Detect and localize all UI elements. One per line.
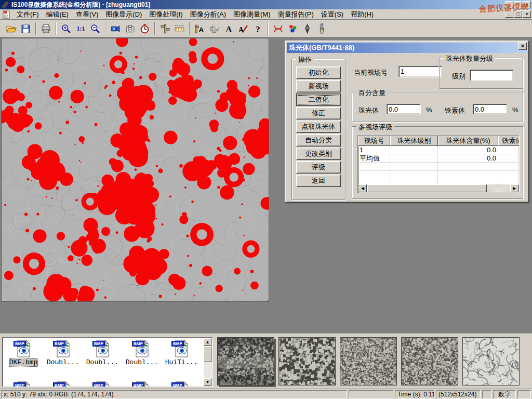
dialog-close-button[interactable]: × <box>518 42 527 50</box>
op-button-7[interactable]: 评级 <box>296 161 341 174</box>
scroll-left-button[interactable]: ◀ <box>358 184 367 192</box>
save-icon[interactable] <box>19 22 33 36</box>
title-bar: IS100显微摄像系统(金相分析版) - [zhuguangti01] _ □ … <box>0 0 532 9</box>
op-button-2[interactable]: 二值化 <box>296 94 341 106</box>
vscroll-thumb[interactable] <box>204 347 211 362</box>
file-item-3[interactable]: BMPDoubl... <box>122 340 162 366</box>
sample-thumbnail-1[interactable] <box>278 337 336 385</box>
file-item-partial-0[interactable]: BMP <box>4 381 43 387</box>
micrograph-image[interactable] <box>1 38 269 302</box>
op-button-8[interactable]: 返回 <box>296 175 341 187</box>
grade-level-label: 级别 <box>452 72 466 81</box>
file-item-partial-4[interactable]: BMP <box>162 381 201 387</box>
help-icon[interactable]: ? <box>251 22 265 36</box>
pearlite-value-input[interactable]: 0.0 <box>387 104 421 114</box>
sample-thumbnail-2[interactable] <box>340 337 397 385</box>
operations-buttons: 初始化新视场二值化修正点取珠光体自动分类更改类别评级返回 <box>296 66 341 187</box>
op-button-3[interactable]: 修正 <box>296 107 341 119</box>
print-icon[interactable] <box>39 22 53 36</box>
file-item-partial-3[interactable]: BMP <box>122 381 162 387</box>
file-list-vscrollbar[interactable]: ▲ ▼ <box>204 338 212 386</box>
bmp-file-icon: BMP <box>94 340 111 357</box>
toolbar-separator <box>105 22 106 35</box>
bmp-badge: BMP <box>53 382 65 387</box>
dialog-title-bar[interactable]: 珠光体(GB/T9441-88) <box>287 43 527 53</box>
hscroll-track[interactable] <box>487 184 510 192</box>
grade-level-input[interactable] <box>470 70 513 81</box>
table-column-header-3[interactable]: 铁素体含量(%) <box>498 136 520 146</box>
table-column-header-1[interactable]: 珠光体级别 <box>390 136 438 146</box>
file-item-0[interactable]: BMPDKF.bmp <box>4 340 43 366</box>
actual-size-icon[interactable]: 1:1 <box>74 22 88 36</box>
pen-icon[interactable] <box>300 22 314 36</box>
timer-icon[interactable] <box>138 22 152 36</box>
hscroll-thumb[interactable] <box>367 184 487 192</box>
table-cell <box>438 163 498 171</box>
menu-item-7[interactable]: 测量报告(P) <box>274 9 317 20</box>
op-button-6[interactable]: 更改类别 <box>296 148 341 160</box>
file-item-1[interactable]: BMPDoubl... <box>43 340 83 366</box>
op-button-5[interactable]: 自动分类 <box>296 134 341 147</box>
status-empty-2 <box>482 390 491 398</box>
open-icon[interactable] <box>4 22 18 36</box>
sample-thumbnail-4[interactable] <box>462 337 520 385</box>
caliper-icon[interactable] <box>158 22 172 36</box>
measure-text-icon[interactable]: A <box>193 22 207 36</box>
phase-dots-icon[interactable] <box>286 22 300 36</box>
table-column-header-2[interactable]: 珠光体含量(%) <box>438 136 498 146</box>
menu-item-9[interactable]: 帮助(H) <box>347 9 377 20</box>
zoom-out-icon[interactable] <box>88 22 102 36</box>
status-mode: 数字 <box>493 390 516 398</box>
op-button-0[interactable]: 初始化 <box>296 66 341 79</box>
menu-item-8[interactable]: 设置(S) <box>317 9 347 20</box>
scroll-right-button[interactable]: ▶ <box>510 184 518 192</box>
text-edit-icon[interactable]: A <box>236 22 250 36</box>
curve-measure-icon[interactable] <box>271 22 285 36</box>
minimize-button[interactable]: _ <box>505 1 513 8</box>
mdi-restore-button[interactable]: □ <box>514 10 522 18</box>
file-item-partial-2[interactable]: BMP <box>83 381 122 387</box>
window-buttons: _ □ × <box>505 1 531 8</box>
toolbar-separator <box>268 22 269 35</box>
file-item-partial-1[interactable]: BMP <box>43 381 83 387</box>
sample-thumbnail-3[interactable] <box>401 337 458 385</box>
table-hscrollbar[interactable]: ◀ ▶ <box>358 184 518 192</box>
mdi-minimize-button[interactable]: _ <box>505 10 513 18</box>
op-button-1[interactable]: 新视场 <box>296 80 341 92</box>
bmp-file-icon: BMP <box>133 340 151 357</box>
zoom-in-icon[interactable] <box>59 22 73 36</box>
menu-item-4[interactable]: 图像处理(I) <box>145 9 186 20</box>
text-icon[interactable]: A <box>222 22 236 36</box>
menu-item-2[interactable]: 查看(V) <box>72 9 102 20</box>
app-logo-icon <box>1 1 9 9</box>
table-row-2[interactable] <box>358 163 519 171</box>
menu-item-5[interactable]: 图像分析(A) <box>187 9 230 20</box>
brush-icon[interactable] <box>315 22 329 36</box>
op-button-4[interactable]: 点取珠光体 <box>296 121 341 133</box>
current-field-input[interactable]: 1 <box>398 66 442 77</box>
scroll-down-button[interactable]: ▼ <box>204 378 211 386</box>
camera-icon[interactable] <box>123 22 137 36</box>
menu-item-0[interactable]: 文件(F) <box>13 9 43 20</box>
mdi-close-button[interactable]: × <box>523 10 531 18</box>
file-item-4[interactable]: BMPHuiTi... <box>162 340 201 366</box>
restore-button[interactable]: □ <box>514 1 522 8</box>
multi-field-table[interactable]: 视场号珠光体级别珠光体含量(%)铁素体含量(%) 10.0平均值0.0 ◀ ▶ <box>357 135 520 193</box>
table-row-3[interactable] <box>358 171 519 179</box>
sample-thumbnail-0[interactable] <box>217 337 274 385</box>
ferrite-value-input[interactable]: 0.0 <box>473 104 507 114</box>
ruler-icon[interactable] <box>172 22 187 36</box>
menu-item-3[interactable]: 图像显示(D) <box>102 9 145 20</box>
menu-item-6[interactable]: 图像测量(M) <box>230 9 274 20</box>
menu-item-1[interactable]: 编辑(E) <box>43 9 72 20</box>
video-camera-icon[interactable] <box>109 22 123 36</box>
grid-cross-icon[interactable] <box>207 22 221 36</box>
table-row-0[interactable]: 10.0 <box>358 146 519 154</box>
file-item-2[interactable]: BMPDoubl... <box>83 340 122 366</box>
svg-text:A: A <box>198 25 204 33</box>
pearlite-dialog: 珠光体(GB/T9441-88) × 操作 初始化新视场二值化修正点取珠光体自动… <box>285 41 529 203</box>
scroll-up-button[interactable]: ▲ <box>204 338 211 346</box>
table-column-header-0[interactable]: 视场号 <box>358 136 390 146</box>
close-button[interactable]: × <box>523 1 531 8</box>
table-row-1[interactable]: 平均值0.0 <box>358 154 519 163</box>
